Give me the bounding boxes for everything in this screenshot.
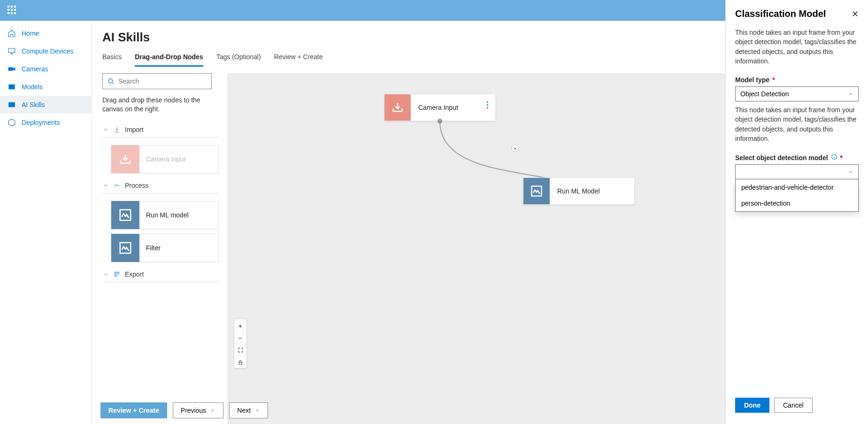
close-icon[interactable]: ✕: [852, 9, 859, 19]
download-icon: [111, 145, 139, 173]
sidebar-item-label: Home: [22, 30, 39, 37]
model-type-desc: This node takes an input frame from your…: [735, 105, 859, 143]
panel-footer: Done Cancel: [735, 398, 859, 416]
chevron-up-icon: [102, 182, 109, 189]
sidebar-item-cameras[interactable]: Cameras: [0, 60, 92, 78]
model-icon: [111, 234, 139, 262]
zoom-out-button[interactable]: −: [234, 331, 246, 344]
canvas-node-run-ml[interactable]: Run ML Model: [523, 177, 635, 205]
sidebar-item-label: Deployments: [22, 119, 60, 126]
svg-rect-9: [115, 275, 116, 277]
node-label: Filter: [139, 244, 161, 252]
object-model-select[interactable]: [735, 164, 859, 179]
group-export[interactable]: Export: [102, 267, 219, 282]
palette-hint: Drag and drop these nodes to the canvas …: [102, 96, 210, 114]
group-import[interactable]: Import: [102, 122, 219, 138]
model-icon: [111, 201, 139, 229]
sidebar-item-home[interactable]: Home: [0, 24, 92, 42]
models-icon: [8, 83, 16, 91]
palette-node-filter[interactable]: Filter: [111, 234, 219, 262]
skills-icon: [8, 100, 16, 109]
side-panel: Classification Model ✕ This node takes a…: [725, 0, 868, 424]
monitor-icon: [8, 47, 16, 55]
done-button[interactable]: Done: [735, 398, 769, 413]
svg-rect-8: [117, 272, 119, 274]
tab-review[interactable]: Review + Create: [274, 50, 323, 67]
canvas-node-camera-input[interactable]: Camera Input: [384, 94, 496, 121]
search-input[interactable]: [118, 77, 207, 85]
chevron-left-icon: [210, 408, 215, 413]
group-label: Export: [125, 270, 144, 278]
search-icon: [108, 78, 115, 85]
node-menu-icon[interactable]: [484, 99, 491, 111]
import-icon: [114, 126, 120, 133]
sidebar-item-label: Cameras: [22, 65, 48, 73]
sidebar-item-deployments[interactable]: Deployments: [0, 114, 92, 131]
svg-rect-0: [8, 48, 15, 53]
download-icon: [384, 94, 411, 121]
cancel-button[interactable]: Cancel: [774, 398, 813, 413]
model-type-label: Model type*: [735, 76, 859, 84]
panel-description: This node takes an input frame from your…: [735, 28, 859, 66]
next-button[interactable]: Next: [229, 402, 268, 418]
chevron-down-icon: [848, 91, 853, 97]
wizard-footer: Review + Create Previous Next: [100, 402, 268, 418]
svg-rect-10: [532, 186, 542, 196]
model-dropdown-popup: pedestrian-and-vehicle-detector person-d…: [735, 179, 859, 212]
connector-dot[interactable]: [438, 119, 442, 123]
svg-rect-1: [8, 67, 14, 71]
svg-rect-11: [239, 362, 242, 364]
camera-icon: [8, 65, 16, 73]
waffle-icon[interactable]: [8, 6, 17, 15]
select-value: Object Detection: [740, 90, 789, 98]
select-model-label: Select object detection model *: [735, 154, 859, 162]
info-icon[interactable]: [831, 154, 837, 162]
review-create-button[interactable]: Review + Create: [100, 402, 167, 418]
deployments-icon: [8, 118, 16, 127]
lock-button[interactable]: [234, 356, 246, 368]
chevron-down-icon: [102, 271, 109, 278]
dropdown-option[interactable]: pedestrian-and-vehicle-detector: [736, 179, 858, 195]
dropdown-option[interactable]: person-detection: [736, 195, 858, 211]
model-type-select[interactable]: Object Detection: [735, 86, 859, 101]
node-palette: Drag and drop these nodes to the canvas …: [102, 73, 227, 424]
svg-point-4: [108, 78, 113, 83]
node-label: Camera Input: [411, 104, 482, 111]
palette-node-camera-input[interactable]: Camera input: [111, 145, 219, 173]
required-indicator: *: [772, 76, 775, 84]
tab-basics[interactable]: Basics: [102, 50, 122, 67]
group-label: Process: [125, 182, 149, 189]
chevron-up-icon: [102, 126, 109, 133]
panel-title: Classification Model: [735, 8, 826, 19]
tab-tags[interactable]: Tags (Optional): [216, 50, 261, 67]
search-box[interactable]: [102, 73, 212, 89]
svg-rect-2: [8, 85, 15, 90]
sidebar: Home Compute Devices Cameras Models AI S…: [0, 21, 92, 424]
export-icon: [114, 271, 120, 278]
sidebar-item-models[interactable]: Models: [0, 78, 92, 96]
delete-edge-icon[interactable]: ✕: [511, 145, 519, 152]
chevron-right-icon: [254, 408, 260, 413]
canvas-controls: + −: [234, 319, 247, 369]
node-label: Camera input: [139, 155, 185, 163]
tab-drag-drop[interactable]: Drag-and-Drop Nodes: [135, 50, 203, 67]
sidebar-item-label: AI Skills: [22, 101, 45, 108]
zoom-in-button[interactable]: +: [234, 319, 246, 331]
svg-rect-7: [115, 272, 116, 274]
required-indicator: *: [840, 154, 843, 162]
previous-button[interactable]: Previous: [173, 402, 223, 418]
node-label: Run ML model: [139, 211, 189, 219]
chevron-down-icon: [848, 169, 853, 175]
group-process[interactable]: Process: [102, 178, 219, 193]
palette-node-run-ml[interactable]: Run ML model: [111, 201, 219, 229]
process-icon: [114, 182, 120, 189]
group-label: Import: [125, 126, 144, 133]
sidebar-item-ai-skills[interactable]: AI Skills: [0, 96, 92, 114]
node-label: Run ML Model: [550, 187, 623, 195]
sidebar-item-compute[interactable]: Compute Devices: [0, 42, 92, 60]
fit-view-button[interactable]: [234, 344, 246, 356]
svg-rect-3: [8, 102, 15, 108]
home-icon: [8, 29, 16, 38]
sidebar-item-label: Compute Devices: [22, 47, 74, 55]
panel-header: Classification Model ✕: [735, 8, 859, 19]
